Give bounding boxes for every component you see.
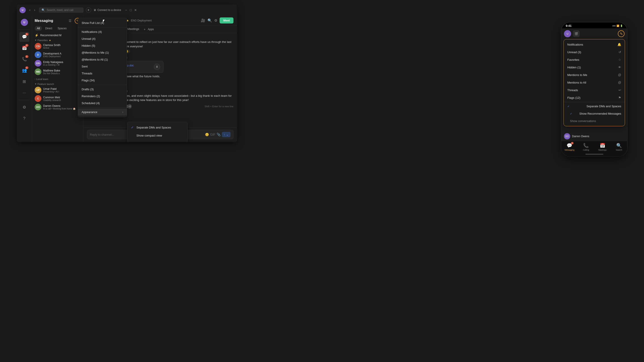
list-item[interactable]: EN Emily Nakagawa In a meeting • W: [32, 59, 83, 67]
search-nav-icon: 🔍: [616, 143, 622, 148]
minimize-button[interactable]: −: [125, 8, 127, 12]
video-icon[interactable]: 🎥: [201, 18, 205, 22]
messaging-badge: 1: [25, 33, 28, 35]
gif-button[interactable]: GIF: [210, 132, 215, 137]
rail-calendar[interactable]: 📅 1: [20, 43, 29, 53]
phone-menu-unread[interactable]: Unread (3) ↺: [564, 48, 625, 56]
menu-item-sent[interactable]: Sent: [78, 63, 127, 70]
menu-item-mentions-all[interactable]: @Mentions to All (1): [78, 56, 127, 63]
list-item[interactable]: UP Umar Patel Presenting • At t: [32, 86, 83, 94]
settings-icon: ⚙: [22, 105, 26, 110]
phone-nav-calling[interactable]: 📞 Calling: [578, 143, 594, 151]
add-tab-button[interactable]: +: [144, 27, 146, 31]
phone-menu-notifications[interactable]: Notifications 🔔: [564, 41, 625, 48]
menu-item-scheduled[interactable]: Scheduled (4): [78, 100, 127, 107]
calling-nav-label: Calling: [583, 149, 589, 151]
apps-tab[interactable]: Apps: [146, 26, 155, 33]
send-button[interactable]: ↑ ⌄: [222, 132, 230, 137]
phone-compose-button[interactable]: ✎: [618, 30, 624, 37]
avatar: CS: [35, 43, 41, 50]
rail-messaging[interactable]: 💬 1: [20, 32, 29, 42]
phone-menu-hidden[interactable]: Hidden (1) 👁: [564, 63, 625, 71]
rail-people[interactable]: 👥 1: [20, 65, 29, 75]
attach-button[interactable]: 📎: [217, 132, 220, 137]
phone-video-button[interactable]: 🎬: [573, 30, 580, 37]
phone-menu-mentions-me[interactable]: Mentions to Me @: [564, 71, 625, 79]
home-bar: [586, 154, 603, 155]
home-indicator: [561, 152, 627, 156]
menu-item-drafts[interactable]: Drafts (3): [78, 86, 127, 93]
avatar: C: [35, 95, 41, 102]
menu-item-hidden[interactable]: Hidden (5): [78, 42, 127, 49]
tab-spaces[interactable]: Spaces: [56, 26, 69, 31]
title-bar: U ‹ › 🔍 + 🖥 Connect to a device − □ ✕: [17, 4, 237, 16]
menu-item-unread[interactable]: Unread (4): [78, 35, 127, 42]
favorites-label[interactable]: ▼ Favorites ★: [32, 38, 83, 42]
local-team-label[interactable]: › Local team: [32, 77, 83, 81]
maximize-button[interactable]: □: [130, 8, 132, 12]
tab-meetings[interactable]: Meetings: [125, 25, 142, 33]
menu-item-appearance[interactable]: Appearance ›: [78, 109, 127, 115]
rail-help[interactable]: ?: [20, 113, 29, 123]
monitor-icon: 🖥: [94, 8, 96, 12]
add-button[interactable]: +: [86, 7, 91, 13]
phone-menu-threads[interactable]: Threads ↩: [564, 86, 625, 94]
context-menu: Show Full List (4) Notifications (4) Unr…: [78, 18, 127, 117]
rail-settings[interactable]: ⚙: [20, 102, 29, 112]
forward-button[interactable]: ›: [33, 7, 36, 12]
emoji-button[interactable]: 😊: [205, 132, 209, 137]
search-bar[interactable]: 🔍: [39, 7, 84, 13]
close-button[interactable]: ✕: [134, 8, 137, 12]
phone-user-avatar[interactable]: U: [564, 30, 571, 37]
phone-nav-messaging[interactable]: 💬 5 Messaging: [561, 143, 578, 151]
connect-device-button[interactable]: 🖥 Connect to a device: [94, 8, 121, 12]
search-input[interactable]: [47, 8, 78, 12]
list-item[interactable]: MB Matthew Bake Do Not Disturb u: [32, 67, 83, 76]
download-button[interactable]: ⬇: [154, 64, 160, 70]
phone-menu-mentions-all[interactable]: Mentions to All @: [564, 79, 625, 86]
threads-icon: ↩: [618, 88, 621, 92]
menu-item-show-full-list[interactable]: Show Full List (4): [78, 19, 127, 26]
rail-avatar-item[interactable]: U: [20, 17, 29, 27]
rail-calls[interactable]: 📞 1: [20, 54, 29, 64]
menu-item-notifications[interactable]: Notifications (4): [78, 28, 127, 35]
phone-menu-favorites[interactable]: Favorites ☆: [564, 56, 625, 63]
meet-button[interactable]: Meet: [220, 17, 234, 23]
rail-apps[interactable]: ⊞: [20, 77, 29, 86]
tab-all[interactable]: All: [35, 26, 42, 31]
list-item[interactable]: D Development A ENG Deployment: [32, 50, 83, 59]
menu-item-flags[interactable]: Flags (34): [78, 77, 127, 84]
recommended-item[interactable]: ⚡ Recommended M: [32, 33, 83, 38]
rail-separator: [19, 29, 30, 30]
filter-button[interactable]: ☰: [67, 18, 73, 24]
phone-status-icons: ▪▪▪▪ 📶 🔋: [612, 24, 623, 27]
submenu-item-compact[interactable]: ✓ Show compact view: [128, 131, 188, 139]
submenu-item-recommended[interactable]: ✓ Show recommended messages: [128, 139, 188, 142]
back-button[interactable]: ‹: [28, 7, 32, 12]
feature-launch-label[interactable]: ▼ Feature launch: [32, 82, 83, 86]
settings-channel-button[interactable]: ⚙: [214, 18, 217, 22]
rail-more[interactable]: ···: [20, 88, 29, 98]
input-buttons: 😊 GIF 📎 ↑ ⌄: [205, 132, 230, 137]
contact-info: Emily Nakagawa In a meeting • W: [43, 60, 80, 66]
phone-menu-show-recommended[interactable]: ✓ Show Recommended Messages: [564, 110, 625, 117]
mobile-phone: 9:41 ▪▪▪▪ 📶 🔋 U 🎬 ✎ Notifications 🔔 Unre…: [561, 22, 627, 156]
menu-item-mentions-me[interactable]: @Mentions to Me (1): [78, 49, 127, 56]
phone-menu-show-conv[interactable]: Show conversations: [564, 117, 625, 125]
phone-menu-separate-dms[interactable]: ✓ Separate DMs and Spaces: [564, 103, 625, 110]
lightning-icon: ⚡: [35, 33, 38, 37]
phone-nav-search[interactable]: 🔍 Search: [611, 143, 627, 151]
list-item[interactable]: CS Clarissa Smith Active: [32, 42, 83, 50]
tab-direct[interactable]: Direct: [43, 26, 54, 31]
contact-info: Matthew Bake Do Not Disturb u: [43, 69, 77, 75]
menu-item-reminders[interactable]: Reminders (2): [78, 93, 127, 100]
phone-menu-flags[interactable]: Flags (12) ⚑: [564, 94, 625, 101]
submenu-item-separate-dms[interactable]: ✓ Separate DMs and Spaces: [128, 123, 188, 131]
search-channel-button[interactable]: 🔍: [208, 18, 212, 22]
menu-item-threads[interactable]: Threads: [78, 70, 127, 77]
rail-separator-2: [19, 100, 30, 100]
phone-nav-meetings[interactable]: 📅 Meetings: [594, 143, 611, 151]
list-item[interactable]: C Common Metr Usability research: [32, 94, 83, 103]
list-item[interactable]: DO Darren Owens In a call • Working from…: [32, 103, 83, 111]
appearance-submenu: ✓ Separate DMs and Spaces ✓ Show compact…: [127, 122, 188, 142]
